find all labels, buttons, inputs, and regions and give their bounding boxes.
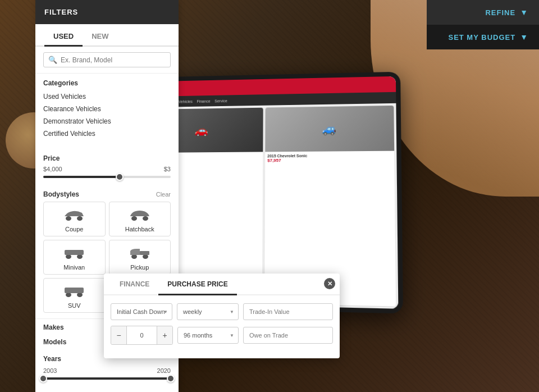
svg-point-2 [131,216,137,221]
bodystyle-pickup[interactable]: Pickup [109,240,171,275]
price-title: Price [43,149,171,166]
frequency-select-wrap: Preferred Frequency weekly biweekly mont… [177,303,239,320]
svg-point-4 [66,254,71,259]
svg-point-11 [77,293,83,297]
budget-modal: ✕ FINANCE PURCHASE PRICE Show Initial Ca… [104,274,340,358]
price-slider-thumb[interactable] [116,173,124,181]
svg-point-3 [143,216,148,221]
price-slider-fill [43,176,120,178]
modal-body: Show Initial Cash Down Preferred Frequen… [104,295,340,358]
bodystyles-header: Bodystyles Clear [35,186,179,202]
tab-used[interactable]: USED [44,26,83,47]
bodystyle-suv[interactable]: SUV [43,278,106,313]
price-section: Price $4,000 $3 [35,144,179,186]
show-select[interactable]: Show Initial Cash Down [111,303,172,320]
bodystyle-minivan[interactable]: Minivan [43,240,106,275]
term-select[interactable]: Maximum Term 96 months 84 months 72 mont… [177,327,239,344]
minivan-icon [63,246,85,262]
stepper-value: 0 [127,330,157,341]
suv-label: SUV [68,302,81,309]
trade-in-value-input[interactable] [243,303,333,320]
suv-icon [63,284,85,300]
search-input[interactable] [61,56,166,64]
years-range-row: 2003 2020 [43,367,171,374]
price-range-row: $4,000 $3 [43,166,171,172]
categories-list: Used Vehicles Clearance Vehicles Demonst… [35,90,179,144]
frequency-select[interactable]: Preferred Frequency weekly biweekly mont… [177,303,239,320]
pickup-icon [129,246,151,262]
filter-tabs: USED NEW [35,26,179,47]
svg-rect-12 [65,288,84,293]
price-max: $3 [164,166,171,172]
bodystyles-clear-button[interactable]: Clear [156,191,171,198]
hatchback-label: Hatchback [125,226,154,233]
svg-rect-9 [140,251,149,255]
svg-point-7 [131,254,137,259]
coupe-label: Coupe [65,226,83,233]
svg-point-1 [77,216,83,221]
bodystyle-hatchback[interactable]: Hatchback [109,202,171,236]
budget-bar[interactable]: SET MY BUDGET ▼ [427,25,539,49]
years-min: 2003 [43,367,57,374]
top-action-bars: REFINE ▼ SET MY BUDGET ▼ [427,0,539,49]
svg-point-5 [77,254,83,259]
refine-bar[interactable]: REFINE ▼ [427,0,539,25]
modal-row-1: Show Initial Cash Down Preferred Frequen… [111,303,333,320]
modal-close-button[interactable]: ✕ [324,278,335,289]
years-slider-thumb-left[interactable] [39,375,47,382]
refine-label: REFINE [485,8,515,17]
category-certified-vehicles[interactable]: Certified Vehicles [43,127,171,140]
svg-point-8 [143,254,148,259]
years-max: 2020 [157,367,171,374]
initial-cash-down-stepper: − 0 + [111,326,173,345]
pickup-label: Pickup [130,264,149,271]
tab-new[interactable]: NEW [83,26,117,47]
search-box: 🔍 [43,52,171,67]
category-demonstrator-vehicles[interactable]: Demonstrator Vehicles [43,115,171,127]
term-select-wrap: Maximum Term 96 months 84 months 72 mont… [177,327,239,344]
tablet-card-2-image: 🚙 [265,106,394,152]
bodystyle-coupe[interactable]: Coupe [43,202,106,236]
tablet-nav-item: Finance [197,99,210,103]
price-min: $4,000 [43,166,62,172]
budget-chevron-icon: ▼ [520,33,528,42]
tablet-card-2-info: 2015 Chevrolet Sonic $7,957 [265,151,394,166]
show-select-wrap: Show Initial Cash Down [111,303,172,320]
tab-purchase-price[interactable]: PURCHASE PRICE [158,274,236,295]
category-clearance-vehicles[interactable]: Clearance Vehicles [43,103,171,115]
tab-finance[interactable]: FINANCE [111,274,158,295]
svg-point-0 [66,216,71,221]
bodystyles-title: Bodystyles [43,190,79,198]
modal-row-2: − 0 + Maximum Term 96 months 84 months 7… [111,326,333,345]
years-slider-thumb-right[interactable] [167,375,175,382]
category-used-vehicles[interactable]: Used Vehicles [43,90,171,103]
search-row: 🔍 [35,47,179,74]
svg-point-10 [66,293,71,297]
tablet-card-2-price: $7,957 [267,157,392,163]
coupe-icon [63,208,85,224]
stepper-plus-button[interactable]: + [157,326,172,344]
years-slider[interactable] [43,377,171,380]
modal-tabs: FINANCE PURCHASE PRICE [104,274,340,295]
owe-on-trade-input[interactable] [243,327,333,344]
hatchback-icon [129,208,151,224]
svg-rect-6 [65,250,84,255]
stepper-minus-button[interactable]: − [111,326,127,344]
categories-title: Categories [35,74,179,90]
tablet-nav-item: Service [214,99,227,103]
search-icon: 🔍 [48,56,57,64]
budget-label: SET MY BUDGET [448,33,515,42]
filter-header: FILTERS [35,0,179,24]
price-slider[interactable] [43,176,171,178]
refine-chevron-icon: ▼ [520,8,528,17]
minivan-label: Minivan [63,264,85,271]
